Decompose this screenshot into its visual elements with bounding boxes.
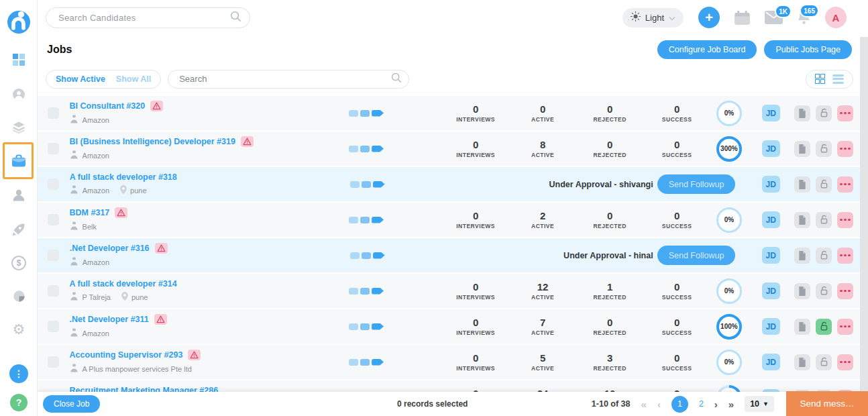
row-checkbox[interactable] [48,178,59,190]
sidebar-item-billing[interactable]: $ [0,256,38,270]
jobs-search-input[interactable] [168,74,390,84]
workflow-stage-indicator[interactable] [330,110,415,117]
theme-selector[interactable]: Light [622,8,684,28]
job-title-link[interactable]: .Net Developer #316 [70,244,150,253]
jd-badge[interactable]: JD [762,247,780,264]
vertical-scrollbar[interactable] [860,37,868,416]
workflow-stage-indicator[interactable] [331,181,417,188]
stage-pill-2 [360,359,370,366]
row-more-actions-button[interactable] [837,141,853,157]
calendar-button[interactable] [735,11,750,25]
row-checkbox[interactable] [48,285,59,297]
page-size-select[interactable]: 10 ▼ [745,396,774,412]
lock-button[interactable] [816,248,832,264]
workflow-stage-indicator[interactable] [330,288,415,295]
copy-document-button[interactable] [794,354,810,370]
copy-document-button[interactable] [794,176,810,193]
ellipsis-icon [840,219,851,221]
sidebar-item-layers[interactable] [0,119,38,136]
page-2-button[interactable]: 2 [699,399,704,409]
job-title-link[interactable]: Accounting Supervisor #293 [70,350,183,360]
row-more-actions-button[interactable] [837,248,853,264]
user-avatar[interactable]: A [825,7,847,28]
configure-job-board-button[interactable]: Configure Job Board [657,40,757,59]
jd-badge[interactable]: JD [762,140,780,157]
send-message-button[interactable]: Send mess… [786,391,868,416]
row-more-actions-button[interactable] [837,212,853,228]
sidebar-item-jobs[interactable] [0,153,38,169]
lock-button[interactable] [816,176,832,193]
messages-button[interactable]: 1K [765,11,783,24]
first-page-button[interactable]: « [641,399,647,410]
create-new-button[interactable]: + [698,7,720,28]
row-checkbox[interactable] [48,321,59,332]
send-followup-button[interactable]: Send Followup [657,174,736,194]
jd-badge[interactable]: JD [762,318,780,335]
jd-badge[interactable]: JD [762,105,780,121]
tab-show-active[interactable]: Show Active [56,74,105,84]
sidebar-item-reports[interactable] [0,289,38,304]
workflow-stage-indicator[interactable] [330,146,415,152]
sidebar-item-dashboard[interactable] [0,54,38,66]
sidebar-item-profile[interactable] [0,87,38,103]
row-more-actions-button[interactable] [837,105,853,121]
copy-document-button[interactable] [794,248,810,264]
row-checkbox[interactable] [48,143,59,154]
sidebar-item-candidates[interactable] [0,187,38,203]
jd-badge[interactable]: JD [762,211,780,228]
public-jobs-page-button[interactable]: Public Jobs Page [764,40,852,59]
job-title-link[interactable]: .Net Developer #311 [70,315,149,324]
tab-show-all[interactable]: Show All [116,74,151,84]
row-checkbox[interactable] [48,107,59,119]
workflow-stage-indicator[interactable] [330,217,415,223]
jd-badge[interactable]: JD [762,354,780,370]
lock-button[interactable] [816,212,832,228]
lock-button[interactable] [816,283,832,299]
sidebar-item-launch[interactable] [0,221,38,238]
row-more-actions-button[interactable] [837,176,853,193]
next-page-button[interactable]: › [714,399,718,410]
lock-button[interactable] [816,354,832,370]
workflow-stage-indicator[interactable] [330,323,415,330]
lock-button[interactable] [816,105,832,121]
row-more-actions-button[interactable] [837,283,853,299]
lock-button[interactable] [816,319,832,335]
page-1-button[interactable]: 1 [671,396,688,413]
workflow-stage-indicator[interactable] [330,359,415,366]
success-percent-ring: 0% [716,207,742,233]
row-checkbox[interactable] [48,250,59,261]
last-page-button[interactable]: » [728,399,734,410]
copy-document-button[interactable] [794,319,810,335]
sidebar-item-settings[interactable]: ⚙ [0,322,38,336]
row-more-actions-button[interactable] [837,354,853,370]
copy-document-button[interactable] [794,141,810,157]
grid-view-icon[interactable] [815,74,826,85]
jd-badge[interactable]: JD [762,176,780,193]
send-followup-button[interactable]: Send Followup [657,246,736,265]
job-title-link[interactable]: BDM #317 [70,208,110,217]
copy-document-button[interactable] [794,283,810,299]
app-logo-icon[interactable] [3,7,34,40]
workflow-stage-indicator[interactable] [331,252,417,259]
list-view-icon[interactable] [832,74,844,84]
lock-button[interactable] [816,141,832,157]
copy-document-button[interactable] [794,105,810,121]
prev-page-button[interactable]: ‹ [657,399,661,410]
lock-icon [820,108,828,118]
stage-pill-2 [360,323,370,330]
job-title-link[interactable]: A full stack developer #318 [70,172,177,182]
candidate-search-input[interactable] [46,13,229,23]
job-title-link[interactable]: A full stack developer #314 [70,279,177,289]
row-more-actions-button[interactable] [837,319,853,335]
notifications-button[interactable]: 165 [798,10,810,25]
job-title-link[interactable]: BI Consultant #320 [70,101,146,111]
sidebar-item-help[interactable]: ? [0,394,38,411]
row-checkbox[interactable] [48,356,59,368]
jd-badge[interactable]: JD [762,282,780,299]
job-title-link[interactable]: BI (Business Intelligence) Developer #31… [70,137,235,146]
copy-document-button[interactable] [794,212,810,228]
row-checkbox[interactable] [48,214,59,225]
sidebar-item-more[interactable]: ⋮ [0,364,38,383]
percent-value: 0% [724,287,734,295]
close-job-button[interactable]: Close Job [43,395,100,413]
